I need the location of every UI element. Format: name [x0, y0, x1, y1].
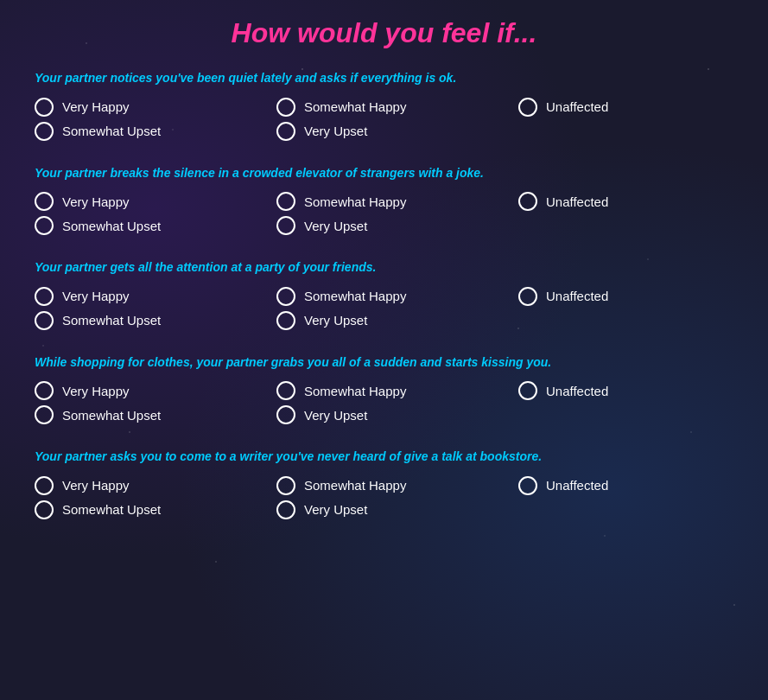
question-text-3: Your partner gets all the attention at a…: [35, 259, 733, 277]
radio-q2_a: [35, 192, 54, 211]
radio-q3_c: [518, 287, 537, 306]
radio-q2_b: [276, 192, 295, 211]
option-q5_a[interactable]: Very Happy: [35, 476, 276, 495]
option-label-q2_d: Somewhat Upset: [62, 219, 161, 233]
radio-q3_b: [276, 287, 295, 306]
option-q3_d[interactable]: Somewhat Upset: [35, 311, 276, 330]
option-q3_b[interactable]: Somewhat Happy: [276, 287, 518, 306]
question-block-2: Your partner breaks the silence in a cro…: [35, 165, 733, 236]
option-label-q2_e: Very Upset: [304, 219, 367, 233]
radio-q5_b: [276, 476, 295, 495]
option-label-q5_c: Unaffected: [546, 478, 608, 493]
question-text-1: Your partner notices you've been quiet l…: [35, 70, 733, 87]
option-label-q1_a: Very Happy: [62, 99, 130, 114]
option-label-q2_a: Very Happy: [62, 194, 130, 209]
radio-q5_e: [276, 500, 295, 519]
option-label-q4_d: Somewhat Upset: [62, 408, 161, 423]
option-label-q4_c: Unaffected: [546, 384, 608, 398]
radio-q1_b: [276, 98, 295, 117]
options-grid-3: Very HappySomewhat HappyUnaffectedSomewh…: [35, 287, 733, 330]
options-grid-2: Very HappySomewhat HappyUnaffectedSomewh…: [35, 192, 733, 235]
option-q2_e[interactable]: Very Upset: [276, 216, 518, 235]
option-q5_c[interactable]: Unaffected: [518, 476, 691, 495]
radio-q1_e: [276, 122, 295, 141]
option-label-q4_e: Very Upset: [304, 408, 367, 423]
radio-q2_e: [276, 216, 295, 235]
options-grid-4: Very HappySomewhat HappyUnaffectedSomewh…: [35, 381, 733, 424]
radio-q4_c: [518, 381, 537, 400]
option-label-q5_b: Somewhat Happy: [304, 478, 406, 493]
option-q4_c[interactable]: Unaffected: [518, 381, 691, 400]
radio-q1_a: [35, 98, 54, 117]
option-label-q1_b: Somewhat Happy: [304, 99, 406, 114]
option-q1_d[interactable]: Somewhat Upset: [35, 122, 276, 141]
option-label-q5_a: Very Happy: [62, 478, 130, 493]
option-label-q5_d: Somewhat Upset: [62, 502, 161, 517]
option-label-q1_d: Somewhat Upset: [62, 124, 161, 138]
option-label-q3_d: Somewhat Upset: [62, 313, 161, 328]
option-label-q4_b: Somewhat Happy: [304, 384, 406, 398]
radio-q2_d: [35, 216, 54, 235]
option-label-q1_c: Unaffected: [546, 99, 608, 114]
option-q4_b[interactable]: Somewhat Happy: [276, 381, 518, 400]
option-q3_e[interactable]: Very Upset: [276, 311, 518, 330]
radio-q3_d: [35, 311, 54, 330]
option-label-q2_c: Unaffected: [546, 194, 608, 209]
option-q1_c[interactable]: Unaffected: [518, 98, 691, 117]
radio-q3_a: [35, 287, 54, 306]
radio-q5_c: [518, 476, 537, 495]
option-q2_d[interactable]: Somewhat Upset: [35, 216, 276, 235]
option-q5_b[interactable]: Somewhat Happy: [276, 476, 518, 495]
option-q5_e[interactable]: Very Upset: [276, 500, 518, 519]
radio-q1_c: [518, 98, 537, 117]
radio-q4_a: [35, 381, 54, 400]
option-label-q4_a: Very Happy: [62, 384, 130, 398]
option-q2_b[interactable]: Somewhat Happy: [276, 192, 518, 211]
option-q4_d[interactable]: Somewhat Upset: [35, 405, 276, 424]
page-title: How would you feel if...: [35, 17, 733, 49]
radio-q4_e: [276, 405, 295, 424]
option-q2_c[interactable]: Unaffected: [518, 192, 691, 211]
options-grid-5: Very HappySomewhat HappyUnaffectedSomewh…: [35, 476, 733, 519]
option-q2_a[interactable]: Very Happy: [35, 192, 276, 211]
radio-q4_b: [276, 381, 295, 400]
option-label-q2_b: Somewhat Happy: [304, 194, 406, 209]
question-text-4: While shopping for clothes, your partner…: [35, 354, 733, 372]
option-label-q1_e: Very Upset: [304, 124, 367, 138]
question-block-1: Your partner notices you've been quiet l…: [35, 70, 733, 141]
radio-q4_d: [35, 405, 54, 424]
option-label-q3_c: Unaffected: [546, 289, 608, 303]
option-q4_e[interactable]: Very Upset: [276, 405, 518, 424]
option-q5_d[interactable]: Somewhat Upset: [35, 500, 276, 519]
radio-q5_d: [35, 500, 54, 519]
question-block-4: While shopping for clothes, your partner…: [35, 354, 733, 425]
radio-q5_a: [35, 476, 54, 495]
question-text-2: Your partner breaks the silence in a cro…: [35, 165, 733, 182]
option-q3_a[interactable]: Very Happy: [35, 287, 276, 306]
question-block-5: Your partner asks you to come to a write…: [35, 449, 733, 519]
option-label-q3_b: Somewhat Happy: [304, 289, 406, 303]
option-q3_c[interactable]: Unaffected: [518, 287, 691, 306]
options-grid-1: Very HappySomewhat HappyUnaffectedSomewh…: [35, 98, 733, 141]
option-q1_b[interactable]: Somewhat Happy: [276, 98, 518, 117]
radio-q1_d: [35, 122, 54, 141]
option-label-q3_a: Very Happy: [62, 289, 130, 303]
radio-q2_c: [518, 192, 537, 211]
option-q1_a[interactable]: Very Happy: [35, 98, 276, 117]
option-label-q5_e: Very Upset: [304, 502, 367, 517]
questions-container: Your partner notices you've been quiet l…: [35, 70, 733, 519]
option-label-q3_e: Very Upset: [304, 313, 367, 328]
radio-q3_e: [276, 311, 295, 330]
option-q1_e[interactable]: Very Upset: [276, 122, 518, 141]
question-text-5: Your partner asks you to come to a write…: [35, 449, 733, 466]
option-q4_a[interactable]: Very Happy: [35, 381, 276, 400]
question-block-3: Your partner gets all the attention at a…: [35, 259, 733, 330]
